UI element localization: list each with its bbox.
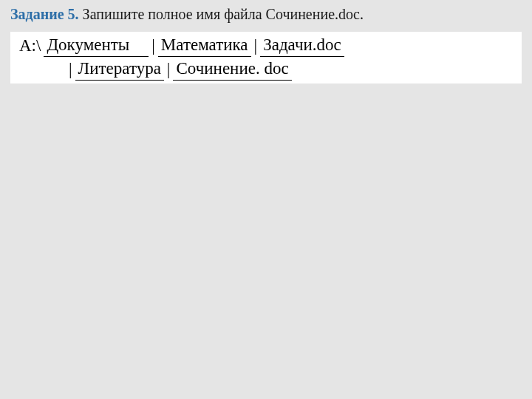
task-description: Запишите полное имя файла Сочинение.doc. — [79, 6, 364, 22]
folder-literature: Литература — [75, 57, 164, 81]
underline-gap — [132, 38, 149, 57]
drive-root: A:\ — [16, 34, 44, 57]
file-zadachi: Задачи.doc — [260, 33, 344, 57]
task-header: Задание 5. Запишите полное имя файла Соч… — [0, 0, 532, 27]
tree-separator: | — [164, 58, 174, 81]
task-number: Задание 5. — [10, 6, 79, 22]
tree-separator: | — [66, 58, 75, 81]
tree-row-2: | Литература | Сочинение. doc — [16, 57, 516, 81]
file-sochinenie: Сочинение. doc — [173, 57, 291, 81]
tree-row-1: A:\ Документы | Математика | Задачи.doc — [16, 33, 516, 57]
file-tree-diagram: A:\ Документы | Математика | Задачи.doc … — [10, 32, 522, 83]
tree-separator: | — [251, 34, 261, 57]
tree-separator: | — [149, 34, 158, 57]
folder-documents: Документы — [44, 33, 132, 57]
folder-math: Математика — [158, 33, 251, 57]
